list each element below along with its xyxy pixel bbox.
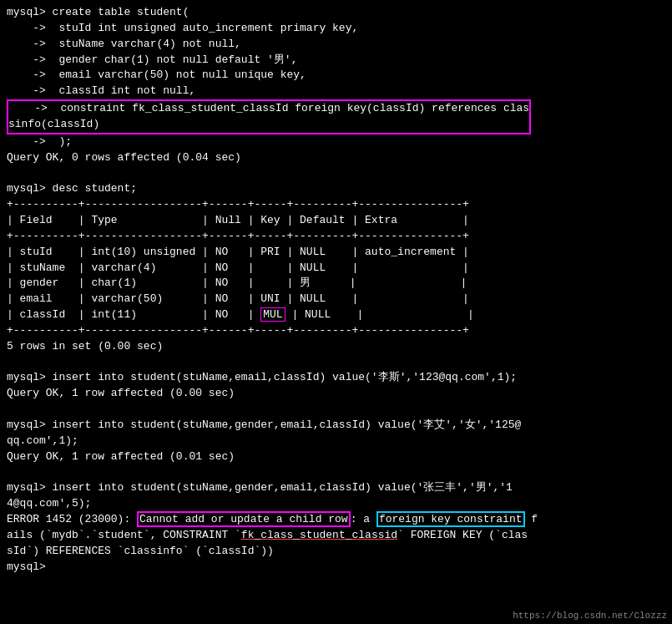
line-7: -> constraint fk_class_student_classId f…: [8, 101, 529, 117]
line-31: mysql> insert into student(stuName,gende…: [7, 480, 665, 496]
line-5: -> email varchar(50) not null unique key…: [7, 68, 665, 84]
line-21: +----------+------------------+------+--…: [7, 323, 665, 339]
line-12: mysql> desc student;: [7, 181, 665, 197]
line-4: -> gender char(1) not null default '男',: [7, 53, 665, 68]
cannot-add-highlight: Cannot add or update a child row: [137, 511, 351, 527]
line-24: mysql> insert into student(stuName,email…: [7, 370, 665, 386]
line-16: | stuId | int(10) unsigned | NO | PRI | …: [7, 245, 665, 261]
line-blank-1: [7, 165, 665, 181]
line-32: 4@qq.com',5);: [7, 496, 665, 512]
url-bar: https://blog.csdn.net/Clozzz: [513, 611, 667, 621]
line-18: | gender | char(1) | NO | | 男 | |: [7, 276, 665, 292]
line-1: mysql> create table student(: [7, 5, 665, 21]
line-22: 5 rows in set (0.00 sec): [7, 339, 665, 355]
line-28: qq.com',1);: [7, 434, 665, 449]
line-20: | classId | int(11) | NO | MUL | NULL | …: [7, 307, 665, 323]
line-3: -> stuName varchar(4) not null,: [7, 37, 665, 53]
line-2: -> stuId int unsigned auto_increment pri…: [7, 21, 665, 37]
line-25: Query OK, 1 row affected (0.00 sec): [7, 386, 665, 402]
line-blank-4: [7, 464, 665, 480]
line-34: ails (`mydb`.`student`, CONSTRAINT `fk_c…: [7, 528, 665, 544]
foreign-key-highlight: foreign key constraint: [376, 511, 525, 527]
line-blank-3: [7, 402, 665, 418]
prompt: mysql> create table student(: [7, 6, 189, 18]
line-15: +----------+------------------+------+--…: [7, 229, 665, 245]
line-9: -> );: [7, 134, 665, 150]
line-14: | Field | Type | Null | Key | Default | …: [7, 213, 665, 229]
line-13: +----------+------------------+------+--…: [7, 197, 665, 213]
line-36: mysql>: [7, 560, 665, 576]
mul-badge: MUL: [260, 307, 285, 322]
line-33: ERROR 1452 (23000): Cannot add or update…: [7, 512, 665, 528]
constraint-name: fk_class_student_classid: [241, 529, 397, 541]
terminal-window: mysql> create table student( -> stuId in…: [0, 0, 672, 624]
line-8: sinfo(classId): [8, 117, 529, 133]
line-17: | stuName | varchar(4) | NO | | NULL | |: [7, 261, 665, 276]
line-blank-2: [7, 355, 665, 371]
line-27: mysql> insert into student(stuName,gende…: [7, 418, 665, 434]
line-10: Query OK, 0 rows affected (0.04 sec): [7, 150, 665, 166]
line-29: Query OK, 1 row affected (0.01 sec): [7, 449, 665, 465]
line-19: | email | varchar(50) | NO | UNI | NULL …: [7, 292, 665, 307]
line-6: -> classId int not null,: [7, 84, 665, 99]
line-35: sId`) REFERENCES `classinfo` (`classId`)…: [7, 544, 665, 560]
